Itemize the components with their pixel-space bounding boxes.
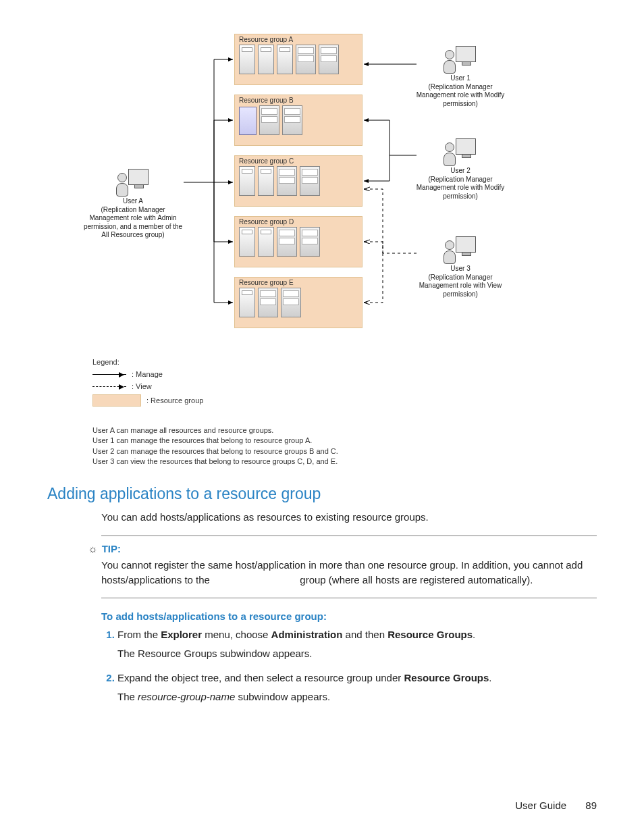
step-text: .	[489, 672, 491, 683]
legend-view-arrow	[92, 386, 126, 387]
step-text-bold: Resource Groups	[404, 672, 489, 683]
rg-a-label: Resource group A	[239, 36, 358, 43]
user-icon	[444, 46, 477, 73]
resource-group-c: Resource group C	[234, 155, 363, 207]
step-text-italic: resource-group-name	[138, 691, 235, 702]
footer-title: User Guide	[515, 800, 566, 811]
rg-c-label: Resource group C	[239, 157, 358, 165]
resource-group-e: Resource group E	[234, 277, 363, 328]
user-2-node: User 2 (Replication Manager Management r…	[410, 138, 511, 201]
diagram-note: User 3 can view the resources that belon…	[92, 457, 338, 467]
rg-e-label: Resource group E	[239, 279, 358, 286]
procedure-steps: From the Explorer menu, choose Administr…	[101, 627, 597, 704]
divider	[101, 536, 597, 536]
lightbulb-icon: ☼	[88, 543, 98, 555]
legend-rg-label: : Resource group	[146, 396, 203, 405]
legend-header: Legend:	[92, 358, 203, 366]
user-1-name: User 1	[410, 74, 511, 83]
tip-body: You cannot register the same host/applic…	[101, 558, 590, 588]
user-2-desc: (Replication Manager Management role wit…	[410, 176, 511, 201]
step-text-bold: Administration	[271, 629, 343, 640]
user-icon	[116, 169, 150, 196]
step-1: From the Explorer menu, choose Administr…	[117, 627, 597, 661]
resource-group-a: Resource group A	[234, 34, 363, 85]
step-text: .	[473, 629, 475, 640]
resource-group-diagram: Resource group A Resource group B Resour…	[79, 34, 565, 466]
user-a-desc: (Replication Manager Management role wit…	[82, 206, 184, 240]
step-text: subwindow appears.	[235, 691, 330, 702]
divider	[101, 598, 597, 598]
step-text: Expand the object tree, and then select …	[117, 672, 404, 683]
step-text: and then	[342, 629, 387, 640]
tip-label: TIP:	[102, 543, 121, 554]
procedure-heading: To add hosts/applications to a resource …	[101, 610, 597, 622]
resource-group-b: Resource group B	[234, 95, 363, 146]
diagram-note: User 2 can manage the resources that bel…	[92, 446, 338, 457]
user-1-node: User 1 (Replication Manager Management r…	[410, 46, 511, 108]
legend-manage-label: : Manage	[132, 370, 163, 378]
user-1-desc: (Replication Manager Management role wit…	[410, 83, 511, 109]
step-text: The	[117, 691, 138, 702]
diagram-notes: User A can manage all resources and reso…	[92, 425, 338, 467]
user-icon	[444, 236, 477, 263]
step-text: From the	[117, 629, 161, 640]
intro-text: You can add hosts/applications as resour…	[101, 510, 597, 525]
legend-rg-box	[92, 394, 141, 407]
user-2-name: User 2	[410, 167, 511, 176]
legend-manage-arrow	[92, 374, 126, 375]
page-number: 89	[585, 800, 597, 811]
step-2: Expand the object tree, and then select …	[117, 671, 597, 704]
legend-view-label: : View	[132, 382, 152, 390]
resource-group-d: Resource group D	[234, 216, 363, 267]
diagram-note: User A can manage all resources and reso…	[92, 425, 338, 436]
section-heading: Adding applications to a resource group	[47, 485, 597, 503]
rg-d-label: Resource group D	[239, 218, 358, 226]
user-3-node: User 3 (Replication Manager Management r…	[410, 236, 511, 298]
user-icon	[444, 138, 477, 165]
tip-text-gap	[213, 574, 297, 585]
user-3-name: User 3	[410, 265, 511, 273]
tip-text: group (where all hosts are registered au…	[297, 574, 533, 585]
diagram-note: User 1 can manage the resources that bel…	[92, 436, 338, 446]
page-footer: User Guide 89	[515, 800, 597, 811]
user-3-desc: (Replication Manager Management role wit…	[410, 273, 511, 299]
diagram-legend: Legend: : Manage : View : Resource group	[92, 358, 203, 411]
step-subtext: The Resource Groups subwindow appears.	[117, 646, 597, 661]
user-a-node: User A (Replication Manager Management r…	[82, 169, 184, 240]
user-a-name: User A	[82, 197, 184, 206]
step-subtext: The resource-group-name subwindow appear…	[117, 689, 597, 704]
step-text-bold: Resource Groups	[387, 629, 473, 640]
rg-b-label: Resource group B	[239, 97, 358, 104]
step-text-bold: Explorer	[161, 629, 202, 640]
tip-block: ☼ TIP: You cannot register the same host…	[88, 543, 597, 588]
step-text: menu, choose	[202, 629, 271, 640]
